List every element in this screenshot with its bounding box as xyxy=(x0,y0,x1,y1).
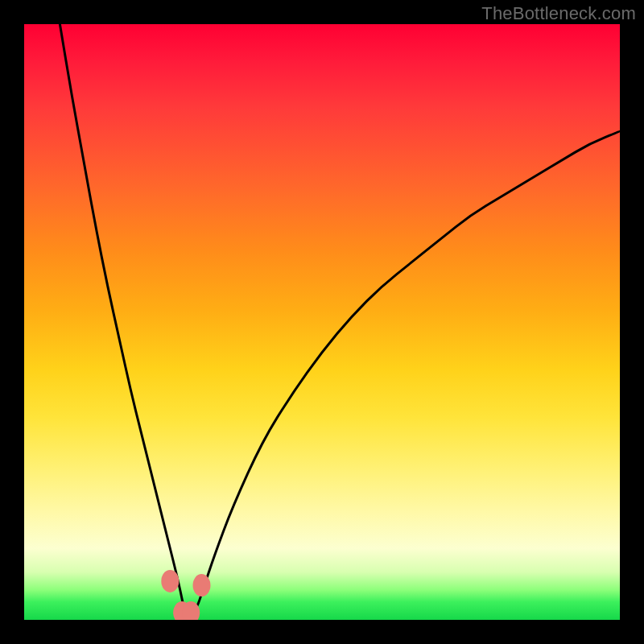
plot-area xyxy=(24,24,620,620)
bottleneck-curve xyxy=(24,24,620,620)
data-marker xyxy=(193,574,211,597)
watermark-text: TheBottleneck.com xyxy=(481,3,636,24)
chart-frame: TheBottleneck.com xyxy=(0,0,644,644)
data-marker xyxy=(161,570,179,592)
